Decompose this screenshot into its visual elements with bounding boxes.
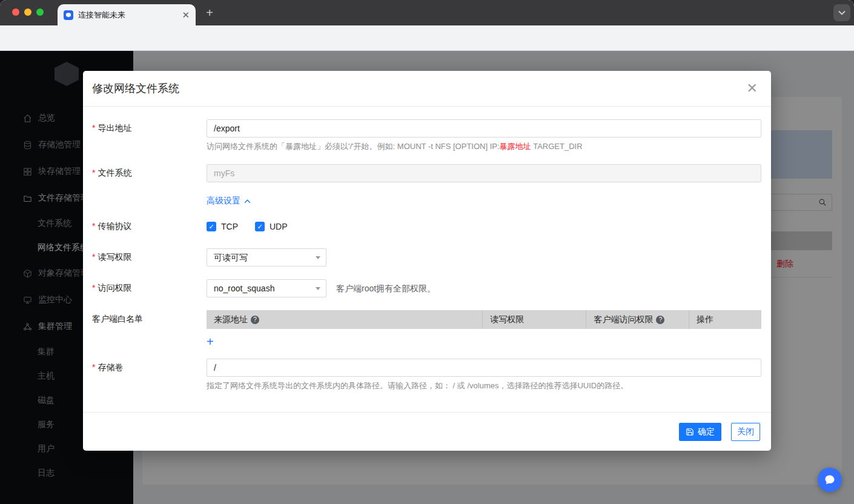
udp-label: UDP: [270, 222, 288, 231]
protocol-row: *传输协议 ✓ TCP ✓ UDP: [92, 221, 761, 232]
export-address-row: *导出地址 访问网络文件系统的「暴露地址」必须以'/'开始。例如: MOUNT …: [92, 119, 761, 152]
advanced-settings-link[interactable]: 高级设置: [207, 195, 251, 207]
filesystem-input: [207, 164, 761, 182]
column-actions: 操作: [689, 310, 761, 329]
browser-tab[interactable]: 连接智能未来 ✕: [58, 4, 196, 25]
close-window-button[interactable]: [12, 8, 19, 16]
access-permission-label: *访问权限: [92, 279, 207, 297]
export-address-help: 访问网络文件系统的「暴露地址」必须以'/'开始。例如: MOUNT -t NFS…: [207, 141, 761, 152]
whitelist-label: 客户端白名单: [92, 310, 207, 329]
modal-header: 修改网络文件系统 ✕: [83, 71, 771, 107]
zoom-window-button[interactable]: [36, 8, 44, 16]
tab-strip: 连接智能未来 ✕ +: [0, 0, 854, 25]
whitelist-table-header: 来源地址 ? 读写权限 客户端访问权限 ? 操作: [207, 310, 761, 329]
tcp-checkbox-group: ✓ TCP: [207, 222, 238, 231]
column-source-address: 来源地址 ?: [207, 310, 483, 329]
minimize-window-button[interactable]: [24, 8, 31, 16]
required-asterisk: *: [92, 221, 95, 231]
column-client-access: 客户端访问权限 ?: [586, 310, 689, 329]
volume-label: *存储卷: [92, 359, 207, 391]
modal-footer: 确定 关闭: [83, 412, 771, 451]
help-icon[interactable]: ?: [251, 316, 259, 324]
advanced-settings-row: 高级设置: [92, 195, 761, 207]
edit-nfs-modal: 修改网络文件系统 ✕ *导出地址 访问网络文件系统的「暴露地址」必须以'/'开始…: [83, 71, 771, 451]
protocol-label: *传输协议: [92, 221, 207, 232]
tab-close-icon[interactable]: ✕: [182, 10, 190, 19]
required-asterisk: *: [92, 252, 95, 262]
required-asterisk: *: [92, 123, 95, 133]
required-asterisk: *: [92, 168, 95, 177]
udp-checkbox-group: ✓ UDP: [255, 222, 288, 231]
modal-body: *导出地址 访问网络文件系统的「暴露地址」必须以'/'开始。例如: MOUNT …: [83, 107, 771, 412]
browser-toolbar: Not Secure test-cloud.com/#!/mos/fs/nfs/…: [0, 25, 854, 51]
tab-title: 连接智能未来: [78, 10, 177, 21]
export-address-label: *导出地址: [92, 119, 207, 152]
whitelist-add-row: +: [92, 336, 761, 348]
new-tab-button[interactable]: +: [202, 5, 217, 20]
traffic-lights: [12, 8, 44, 16]
select-caret-icon: [316, 256, 320, 259]
rw-permission-select[interactable]: 可读可写: [207, 248, 326, 267]
access-permission-value: no_root_squash: [214, 284, 274, 293]
access-permission-select[interactable]: no_root_squash: [207, 279, 326, 297]
select-caret-icon: [316, 287, 320, 290]
volume-input[interactable]: [207, 359, 761, 377]
access-permission-note: 客户端root拥有全部权限。: [336, 279, 435, 297]
confirm-button-label: 确定: [698, 426, 715, 437]
tcp-label: TCP: [221, 222, 238, 231]
whitelist-row: 客户端白名单 来源地址 ? 读写权限 客户端访问权限 ?: [92, 310, 761, 329]
modal-close-icon[interactable]: ✕: [747, 82, 758, 95]
rw-permission-label: *读写权限: [92, 248, 207, 267]
tab-search-button[interactable]: [833, 4, 850, 21]
rw-permission-value: 可读可写: [214, 253, 248, 262]
access-permission-row: *访问权限 no_root_squash 客户端root拥有全部权限。: [92, 279, 761, 297]
save-icon: [686, 428, 694, 436]
chevron-down-icon: [838, 10, 846, 15]
rw-permission-row: *读写权限 可读可写: [92, 248, 761, 267]
site-favicon-icon: [64, 10, 73, 20]
confirm-button[interactable]: 确定: [679, 423, 721, 441]
tcp-checkbox[interactable]: ✓: [207, 222, 216, 231]
chevron-up-icon: [244, 199, 251, 204]
column-rw-permission: 读写权限: [483, 310, 586, 329]
required-asterisk: *: [92, 283, 95, 293]
chat-fab-button[interactable]: [818, 468, 842, 492]
browser-window: 连接智能未来 ✕ + Not Secure test-cloud.com/#!/…: [0, 0, 854, 504]
export-address-input[interactable]: [207, 119, 761, 138]
add-whitelist-button[interactable]: +: [207, 336, 214, 347]
close-button-label: 关闭: [737, 426, 754, 437]
help-icon[interactable]: ?: [656, 316, 664, 324]
modal-title: 修改网络文件系统: [92, 81, 179, 96]
volume-help: 指定了网络文件系统导出的文件系统内的具体路径。请输入路径，如： / 或 /vol…: [207, 380, 761, 391]
close-button[interactable]: 关闭: [731, 423, 760, 441]
chat-bubble-icon: [824, 474, 836, 486]
filesystem-label: *文件系统: [92, 164, 207, 182]
filesystem-row: *文件系统: [92, 164, 761, 182]
udp-checkbox[interactable]: ✓: [255, 222, 265, 231]
volume-row: *存储卷 指定了网络文件系统导出的文件系统内的具体路径。请输入路径，如： / 或…: [92, 359, 761, 391]
required-asterisk: *: [92, 362, 95, 372]
